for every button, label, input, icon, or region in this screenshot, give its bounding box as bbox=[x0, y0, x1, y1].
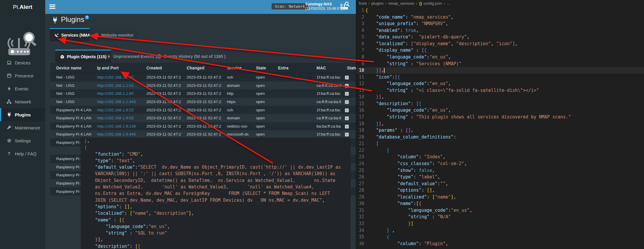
editor-line[interactable]: 31 "language_code":"en_us", bbox=[356, 207, 644, 214]
editor-line-code[interactable]: "string" : "<i class=\"fa-solid fa-satel… bbox=[365, 87, 539, 94]
editor-line-code[interactable]: "default_value":"", bbox=[365, 180, 448, 187]
editor-line-code[interactable]: "description": [{ bbox=[365, 100, 422, 107]
editor-line-code[interactable]: { bbox=[365, 234, 389, 240]
editor-line[interactable]: 21 [ bbox=[356, 140, 644, 147]
editor-line[interactable]: 4 "enabled": true, bbox=[356, 27, 644, 34]
sidebar-item-presence[interactable]: Presence bbox=[0, 69, 45, 82]
ip-port-link[interactable]: http://192.168.1.1:22 bbox=[97, 75, 134, 79]
ip-port-link[interactable]: http://192.168.1.1:80 bbox=[97, 91, 134, 96]
ip-port-link[interactable]: http://192.168.1.9:445 bbox=[91, 132, 141, 136]
status-checkbox[interactable]: ✓ bbox=[345, 84, 349, 88]
editor-line[interactable]: 16 "language_code":"en_us", bbox=[356, 107, 644, 114]
editor-line-code[interactable]: "display_name" : [{ bbox=[365, 47, 427, 54]
sidebar-item-help-faq[interactable]: ?Help / FAQ bbox=[0, 147, 45, 160]
editor-line[interactable]: 29 "localized": ["name"], bbox=[356, 194, 644, 201]
editor-line-code[interactable]: "icon":[{ bbox=[365, 74, 400, 81]
editor-line-code[interactable]: "language_code":"en_us", bbox=[365, 207, 472, 214]
sidebar-item-network[interactable]: Network bbox=[0, 95, 45, 108]
hamburger-menu-icon[interactable] bbox=[49, 4, 55, 9]
editor-line-code[interactable]: "language_code":"en_us", bbox=[365, 107, 451, 114]
editor-line-code[interactable]: "language_code":"en_us", bbox=[365, 80, 451, 87]
editor-line[interactable]: 26 "type": "label", bbox=[356, 174, 644, 180]
editor-line[interactable]: 30 "name":[{ bbox=[356, 200, 644, 207]
editor-line[interactable]: 36 "column": "Plugin", bbox=[356, 240, 644, 247]
editor-lines[interactable]: 1{2 "code_name": "nmap_services",3 "uniq… bbox=[356, 7, 644, 247]
editor-line[interactable]: 13 "string" : "<i class=\"fa-solid fa-sa… bbox=[356, 87, 644, 94]
editor-line[interactable]: 24 "css_classes": "col-sm-2", bbox=[356, 160, 644, 167]
editor-line-code[interactable]: "data_source": "pialert-db-query", bbox=[365, 34, 469, 40]
editor-line[interactable]: 10 }], bbox=[356, 67, 644, 74]
breadcrumb-item[interactable]: nmap_services bbox=[388, 1, 414, 6]
editor-line-code[interactable]: "enabled": true, bbox=[365, 27, 419, 34]
editor-line-code[interactable]: "language_code":"en_us", bbox=[365, 54, 451, 61]
editor-line[interactable]: 35 { bbox=[356, 234, 644, 240]
editor-line-code[interactable]: "type": "label", bbox=[365, 174, 440, 180]
status-checkbox[interactable]: ✓ bbox=[345, 125, 349, 128]
editor-line[interactable]: 17 "string" : "This plugin shows all ser… bbox=[356, 114, 644, 121]
editor-line-code[interactable]: { bbox=[365, 7, 368, 14]
editor-line[interactable]: 25 "show": false, bbox=[356, 167, 644, 174]
editor-line-code[interactable]: }], bbox=[365, 121, 384, 127]
editor-line-code[interactable]: "name":[{ bbox=[365, 200, 422, 207]
tab-website-monitor[interactable]: Website monitor bbox=[90, 28, 138, 41]
editor-line[interactable]: 33 }] bbox=[356, 220, 644, 227]
editor-line-code[interactable]: "localized": ["name"], bbox=[365, 194, 456, 201]
help-badge[interactable]: ? bbox=[85, 15, 89, 19]
ip-port-link[interactable]: http://192.168.1.9:53 bbox=[91, 116, 141, 120]
ip-port-link[interactable]: http://192.168.1.9:139 bbox=[97, 124, 136, 128]
status-checkbox[interactable]: ✓ bbox=[345, 76, 349, 79]
editor-line-code[interactable]: "code_name": "nmap_services", bbox=[365, 14, 453, 21]
sidebar-item-events[interactable]: Events bbox=[0, 82, 45, 95]
editor-line-code[interactable]: "options": [], bbox=[365, 187, 435, 194]
ip-port-link[interactable]: http://192.168.1.9:22 bbox=[91, 108, 141, 112]
editor-line-code[interactable]: }] bbox=[365, 220, 414, 227]
editor-line[interactable]: 11 "icon":[{ bbox=[356, 74, 644, 81]
sidebar-item-plugins[interactable]: Plugins bbox=[0, 108, 45, 121]
editor-line[interactable]: 1{ bbox=[356, 7, 644, 14]
editor-line-code[interactable]: "string" : "N/A" bbox=[365, 214, 451, 220]
editor-line-code[interactable]: "unique_prefix": "NMAPSRV", bbox=[365, 20, 448, 27]
ip-port-link[interactable]: http://192.168.1.9:139 bbox=[91, 124, 141, 128]
editor-line-code[interactable]: "show": false, bbox=[365, 167, 435, 174]
editor-line[interactable]: 9 "string" : "Services (NMAP)" bbox=[356, 61, 644, 67]
editor-line-code[interactable]: [ bbox=[365, 140, 379, 147]
editor-line[interactable]: 19 "params" : [], bbox=[356, 127, 644, 134]
editor-line[interactable]: 5 "data_source": "pialert-db-query", bbox=[356, 34, 644, 40]
editor-line-code[interactable]: }], bbox=[365, 67, 385, 74]
editor-line[interactable]: 7 "display_name" : [{ bbox=[356, 47, 644, 54]
ip-port-link[interactable]: http://192.168.1.1:22 bbox=[91, 75, 141, 79]
editor-line-code[interactable]: "column": "Plugin", bbox=[365, 240, 448, 247]
editor-line-code[interactable]: "string" : "This plugin shows all servic… bbox=[365, 114, 571, 121]
editor-line-code[interactable]: { bbox=[365, 147, 389, 154]
editor-line-code[interactable]: }], bbox=[365, 94, 384, 100]
ip-port-link[interactable]: http://192.168.1.1:53 bbox=[97, 83, 134, 88]
sidebar-item-settings[interactable]: Settings bbox=[0, 134, 45, 147]
editor-line[interactable]: 18 }], bbox=[356, 121, 644, 127]
ip-port-link[interactable]: http://192.168.1.9:22 bbox=[97, 108, 134, 112]
editor-line[interactable]: 6 "localized": ["display_name", "descrip… bbox=[356, 40, 644, 47]
editor-line-code[interactable]: "string" : "Services (NMAP)" bbox=[365, 61, 461, 67]
status-checkbox[interactable]: ✓ bbox=[345, 116, 349, 120]
editor-line[interactable]: 3 "unique_prefix": "NMAPSRV", bbox=[356, 20, 644, 27]
ip-port-link[interactable]: http://192.168.1.1:80 bbox=[91, 91, 141, 96]
breadcrumb-item[interactable]: plugins bbox=[371, 1, 383, 6]
code-editor[interactable]: front›plugins›nmap_services›{}config.jso… bbox=[356, 0, 644, 249]
editor-line[interactable]: 32 "string" : "N/A" bbox=[356, 214, 644, 220]
subtab-events-history-50-out-of-1265-[interactable]: Events History (50 out of 1265 ) bbox=[152, 50, 230, 63]
breadcrumb-item[interactable]: {}config.json bbox=[419, 1, 442, 6]
status-checkbox[interactable]: ✓ bbox=[345, 133, 349, 136]
breadcrumb[interactable]: front›plugins›nmap_services›{}config.jso… bbox=[356, 0, 644, 6]
editor-line-code[interactable]: "css_classes": "col-sm-2", bbox=[365, 160, 467, 167]
editor-line-code[interactable]: "column": "Index", bbox=[365, 154, 446, 160]
breadcrumb-item[interactable]: front bbox=[359, 1, 367, 6]
editor-line[interactable]: 34 } , bbox=[356, 227, 644, 234]
editor-line[interactable]: 8 "language_code":"en_us", bbox=[356, 54, 644, 61]
ip-port-link[interactable]: http://192.168.1.1:443 bbox=[97, 100, 136, 104]
editor-line[interactable]: 28 "options": [], bbox=[356, 187, 644, 194]
status-checkbox[interactable]: ✓ bbox=[345, 100, 349, 104]
editor-line[interactable]: 15 "description": [{ bbox=[356, 100, 644, 107]
breadcrumb-item[interactable]: ... bbox=[447, 1, 450, 6]
ip-port-link[interactable]: http://192.168.1.9:445 bbox=[97, 132, 136, 136]
editor-line[interactable]: 23 "column": "Index", bbox=[356, 154, 644, 160]
editor-line-code[interactable]: "params" : [], bbox=[365, 127, 414, 134]
